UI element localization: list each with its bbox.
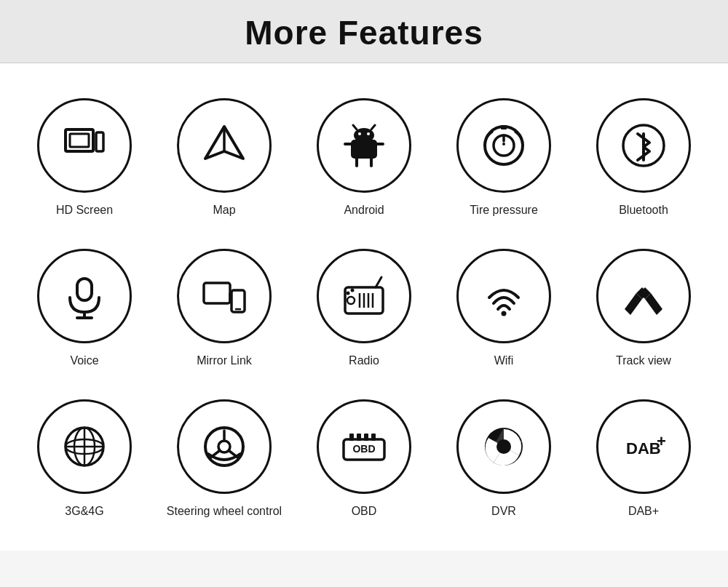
feature-obd: OBD OBD (294, 386, 434, 537)
svg-text:+: + (657, 432, 666, 450)
features-grid: HD Screen Map (0, 63, 728, 551)
wifi-label: Wifi (494, 354, 514, 369)
3g4g-icon (58, 420, 111, 473)
svg-rect-52 (357, 434, 361, 441)
feature-voice: Voice (15, 236, 154, 386)
obd-label: OBD (352, 504, 377, 519)
dvr-icon-circle (456, 399, 551, 494)
obd-icon-circle: OBD (317, 399, 411, 494)
hd-screen-icon-circle (37, 98, 132, 193)
feature-mirror-link: Mirror Link (154, 236, 294, 386)
mirror-link-label: Mirror Link (197, 354, 252, 369)
svg-text:OBD: OBD (352, 443, 375, 455)
feature-dab: DAB + DAB+ (574, 386, 713, 537)
feature-map: Map (154, 85, 294, 236)
mirror-link-icon-circle (177, 249, 272, 343)
dab-icon-circle: DAB + (596, 399, 691, 494)
android-label: Android (344, 203, 384, 218)
svg-point-19 (502, 143, 505, 145)
track-view-label: Track view (616, 354, 671, 369)
svg-point-34 (347, 297, 355, 304)
hd-screen-icon (58, 119, 111, 172)
dvr-icon (478, 420, 530, 473)
voice-icon-circle (37, 249, 132, 343)
svg-point-8 (367, 132, 370, 135)
feature-wifi: Wifi (434, 236, 574, 386)
svg-rect-53 (364, 434, 368, 441)
map-icon (198, 119, 250, 172)
steering-wheel-icon (198, 420, 250, 473)
radio-label: Radio (349, 354, 379, 369)
bluetooth-icon (617, 119, 670, 172)
android-icon (338, 119, 390, 172)
feature-android: Android (294, 85, 434, 236)
feature-dvr: DVR (434, 386, 574, 537)
voice-icon (58, 270, 111, 322)
svg-line-9 (353, 125, 357, 129)
hd-screen-label: HD Screen (56, 203, 113, 218)
android-icon-circle (317, 98, 411, 193)
tire-pressure-icon-circle (456, 98, 551, 193)
voice-label: Voice (70, 354, 98, 369)
feature-steering-wheel: Steering wheel control (154, 386, 294, 537)
svg-point-56 (496, 439, 511, 454)
feature-3g4g: 3G&4G (15, 386, 154, 537)
svg-rect-25 (204, 283, 230, 303)
svg-rect-1 (70, 134, 89, 147)
map-icon-circle (177, 98, 272, 193)
svg-rect-22 (77, 279, 92, 300)
svg-rect-17 (501, 125, 507, 129)
dvr-label: DVR (491, 504, 516, 519)
track-view-icon (617, 270, 670, 322)
bluetooth-icon-circle (596, 98, 691, 193)
3g4g-icon-circle (37, 399, 132, 494)
page-title: More Features (0, 13, 728, 52)
feature-radio: Radio (294, 236, 434, 386)
svg-rect-2 (96, 132, 103, 151)
radio-icon (338, 270, 390, 322)
svg-text:DAB: DAB (626, 439, 661, 458)
svg-line-37 (376, 277, 381, 287)
wifi-icon-circle (456, 249, 551, 343)
obd-icon: OBD (338, 420, 390, 473)
steering-wheel-label: Steering wheel control (167, 504, 282, 519)
svg-point-38 (502, 311, 507, 316)
dab-icon: DAB + (617, 420, 670, 473)
map-label: Map (213, 203, 235, 218)
feature-track-view: Track view (574, 236, 713, 386)
svg-rect-54 (371, 434, 376, 441)
svg-point-7 (358, 132, 361, 135)
mirror-link-icon (198, 270, 250, 322)
radio-icon-circle (317, 249, 411, 343)
feature-bluetooth: Bluetooth (574, 85, 713, 236)
svg-rect-51 (349, 434, 354, 441)
svg-point-36 (351, 288, 355, 292)
page-header: More Features (0, 0, 728, 63)
wifi-icon (478, 270, 530, 322)
svg-line-10 (371, 125, 375, 129)
feature-hd-screen: HD Screen (15, 85, 154, 236)
tire-pressure-icon (478, 119, 530, 172)
svg-point-35 (347, 291, 350, 295)
dab-label: DAB+ (628, 504, 659, 519)
3g4g-label: 3G&4G (65, 504, 103, 519)
track-view-icon-circle (596, 249, 691, 343)
bluetooth-label: Bluetooth (619, 203, 668, 218)
feature-tire-pressure: Tire pressure (434, 85, 574, 236)
tire-pressure-label: Tire pressure (470, 203, 538, 218)
steering-wheel-icon-circle (177, 399, 272, 494)
